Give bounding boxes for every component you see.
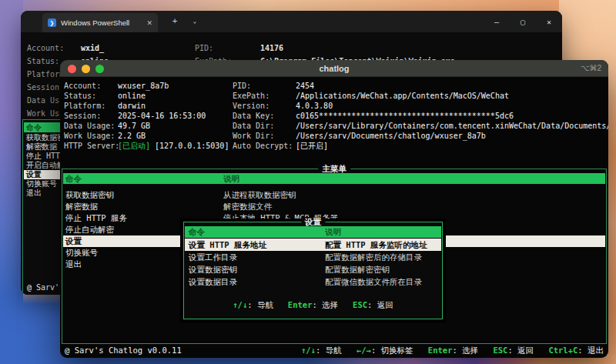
hint-label: : 返回 [507, 346, 534, 355]
info-row: Platform: darwin Version: 4.0.3.80 [64, 101, 608, 111]
hint-key: ESC [353, 300, 367, 309]
hint-key: ↑/↓ [301, 346, 316, 355]
menu-header: 命令 说明 [63, 173, 605, 184]
tab-close-icon[interactable]: ✕ [146, 19, 152, 27]
info-value: 14176 [260, 42, 283, 55]
hint-label: : 返回 [367, 300, 393, 309]
info-label: Session: [27, 81, 64, 94]
windows-terminal-titlebar: ❯ Windows PowerShell ✕ + ⌄ — ▢ ✕ [21, 11, 562, 32]
info-label: Status: [27, 55, 59, 68]
info-row: Account: wxid_ PID: 14176 [27, 42, 559, 55]
hint-label: : 选择 [452, 346, 478, 355]
tab-windows-powershell[interactable]: ❯ Windows PowerShell ✕ [42, 13, 158, 32]
modal-key-hints: ↑/↓: 导航 Enter: 选择 ESC: 返回 [184, 299, 442, 310]
info-label: Data Key: [233, 111, 274, 121]
close-button[interactable]: ✕ [536, 11, 562, 32]
statusbar-key-hints: ↑/↓: 导航 ←/→: 切换标签 Enter: 选择 ESC: 返回 Ctrl… [291, 345, 604, 356]
info-value: 4.0.3.80 [296, 101, 333, 111]
info-label: Account: [27, 42, 64, 55]
info-label: Status: [64, 91, 96, 101]
info-row: HTTP Server: [已启动] [127.0.0.1:5030] Auto… [64, 141, 608, 151]
info-row: Status: online ExePath: /Applications/We… [64, 91, 608, 101]
info-value: wxuser_8a7b [118, 81, 169, 91]
column-command: 命令 [65, 174, 82, 183]
tab-title: Windows PowerShell [61, 18, 142, 27]
window-controls: — ▢ ✕ [484, 11, 562, 32]
info-label: Session: [64, 111, 101, 121]
column-description: 说明 [325, 226, 341, 238]
menu-item[interactable]: 获取数据密钥 从进程获取数据密钥 [63, 189, 605, 201]
menu-item[interactable]: 解密数据 解密数据文件 [63, 201, 605, 212]
info-value: 49.7 GB [118, 121, 150, 131]
info-value: darwin [118, 101, 146, 111]
info-value: wxid_ [81, 42, 104, 55]
tab-dropdown-button[interactable]: ⌄ [189, 18, 201, 25]
hint-label: : 导航 [247, 300, 273, 309]
hint-key: Enter [428, 346, 453, 355]
wallpaper-blue-corner [0, 287, 63, 364]
info-label: Version: [233, 101, 270, 111]
hint-label: : 选择 [312, 300, 338, 309]
window-title: chatlog [60, 60, 608, 77]
info-label: Account: [64, 81, 101, 91]
statusbar-brand: @ Sarv's Chatlog v0.0.11 [65, 345, 182, 356]
info-value: 2454 [296, 81, 314, 91]
info-value: 2.2 GB [118, 131, 146, 141]
menu-item[interactable]: 设置数据密钥 配置数据解密密钥 [185, 263, 441, 276]
column-command: 命令 [189, 227, 205, 236]
menu-item-selected[interactable]: 设置 HTTP 服务地址 配置 HTTP 服务监听的地址 [185, 239, 441, 251]
info-label: Data Dir: [233, 121, 274, 131]
info-row: Data Usage: 49.7 GB Data Dir: /Users/sar… [64, 121, 608, 131]
new-tab-button[interactable]: + [169, 16, 181, 26]
menu-header: 命令 说明 [185, 226, 441, 238]
chatlog-statusbar: @ Sarv's Chatlog v0.0.11 ↑/↓: 导航 ←/→: 切换… [65, 345, 604, 356]
background-statusbar-brand: @ Sarv's [27, 283, 64, 292]
hint-label: : 切换标签 [371, 346, 413, 355]
hint-key: Ctrl+C [548, 346, 578, 355]
chatlog-window: chatlog ⌥⌘2 Account: wxuser_8a7b PID: 24… [60, 60, 608, 358]
info-label: PID: [195, 42, 213, 55]
maximize-button[interactable]: ▢ [510, 11, 536, 32]
info-label: ExePath: [233, 91, 270, 101]
menu-item[interactable]: 设置数据目录 配置微信数据文件所在目录 [185, 276, 441, 288]
settings-modal: 设置 命令 说明 设置 HTTP 服务地址 配置 HTTP 服务监听的地址 设置… [183, 222, 443, 319]
info-row: Account: wxuser_8a7b PID: 2454 [64, 81, 608, 91]
minimize-button[interactable]: — [484, 11, 510, 32]
hint-label: : 退出 [578, 346, 604, 355]
info-row: Session: 2025-04-16 16:53:00 Data Key: c… [64, 111, 608, 121]
hint-key: ESC [493, 346, 507, 355]
info-label: Platform: [64, 101, 105, 111]
info-value: c0165***********************************… [296, 111, 514, 121]
info-value: /Applications/WeChat.app/Contents/MacOS/… [296, 91, 509, 101]
auto-decrypt-status-badge: [已开启] [296, 141, 328, 151]
info-label: HTTP Server: [64, 141, 119, 151]
info-label: Data Usage: [64, 121, 115, 131]
info-value: 2025-04-16 16:53:00 [118, 111, 206, 121]
info-value: /Users/sarv/Library/Containers/com.tence… [296, 121, 608, 131]
powershell-icon: ❯ [48, 18, 56, 27]
hint-key: ↑/↓ [233, 300, 247, 309]
info-label: Auto Decrypt: [233, 141, 293, 151]
column-description: 说明 [223, 173, 239, 184]
chatlog-titlebar[interactable]: chatlog ⌥⌘2 [60, 60, 608, 77]
info-value: online [118, 91, 146, 101]
hint-key: Enter [288, 300, 313, 309]
http-server-status-badge: [已启动] [118, 142, 150, 150]
info-value: /Users/sarv/Documents/chatlog/wxuser_8a7… [296, 131, 486, 141]
menu-item[interactable]: 设置工作目录 配置数据解密后的存储目录 [185, 251, 441, 263]
chatlog-terminal-content: Account: wxuser_8a7b PID: 2454 Status: o… [60, 78, 608, 358]
hint-label: : 导航 [316, 346, 342, 355]
info-label: Work Usage: [64, 131, 115, 141]
info-label: Work Dir: [233, 131, 274, 141]
info-label: PID: [233, 81, 251, 91]
column-command: 命令 [26, 123, 42, 132]
window-shortcut-badge: ⌥⌘2 [581, 60, 601, 77]
info-row: Work Usage: 2.2 GB Work Dir: /Users/sarv… [64, 131, 608, 141]
hint-key: ←/→ [357, 346, 371, 355]
http-server-address: [127.0.0.1:5030] [150, 142, 229, 150]
